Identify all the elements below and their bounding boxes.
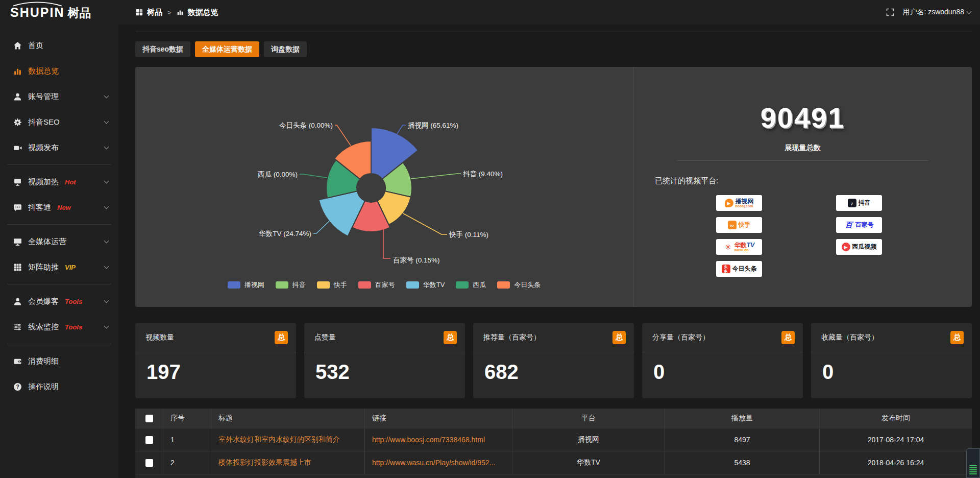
tab-inquiry-data[interactable]: 询盘数据 xyxy=(264,41,307,57)
legend-swatch xyxy=(358,281,371,289)
pie-label-line xyxy=(397,125,406,134)
card-title: 收藏量（百家号） xyxy=(821,333,878,342)
card-title: 点赞量 xyxy=(314,333,336,342)
stat-card-video-count: 视频数量总 197 xyxy=(135,323,296,398)
header-divider xyxy=(135,32,972,32)
video-title-link[interactable]: 楼体投影灯投影效果震撼上市 xyxy=(218,458,311,467)
pie-label-line xyxy=(383,229,390,258)
col-views: 播放量 xyxy=(665,409,820,428)
sidebar-item-video-publish[interactable]: 视频发布 xyxy=(0,135,118,160)
cell-views: 5438 xyxy=(665,451,820,474)
sidebar-item-all-media[interactable]: 全媒体运营 xyxy=(0,229,118,254)
help-icon: ? xyxy=(13,383,22,391)
legend-label: 抖音 xyxy=(292,280,306,290)
tools-badge: Tools xyxy=(65,298,82,305)
platform-logo-xigua: ▶ 西瓜视频 xyxy=(836,239,882,255)
tab-all-media-data[interactable]: 全媒体运营数据 xyxy=(195,41,259,57)
breadcrumb-root[interactable]: 树品 xyxy=(147,8,162,17)
pie-label: 西瓜 (0.00%) xyxy=(258,171,298,178)
legend-item-百家号[interactable]: 百家号 xyxy=(358,280,395,290)
bar-chart-icon xyxy=(177,9,184,16)
logo-cn-text: 树品 xyxy=(67,7,91,19)
chevron-down-icon xyxy=(104,93,109,99)
pie-label: 抖音 (9.40%) xyxy=(463,170,503,178)
fullscreen-icon[interactable] xyxy=(886,8,894,16)
sidebar-item-expense-detail[interactable]: 消费明细 xyxy=(0,348,118,374)
table-row[interactable]: 2 楼体投影灯投影效果震撼上市 http://www.wasu.cn/Play/… xyxy=(135,451,972,474)
table-row[interactable]: 1 室外水纹灯和室内水纹灯的区别和简介 http://www.boosj.com… xyxy=(135,428,972,451)
main-content: 抖音seo数据 全媒体运营数据 询盘数据 播视网 (65.61%)抖音 (9.4… xyxy=(118,0,980,478)
col-link: 链接 xyxy=(365,409,512,428)
logo-text: SHUPIN xyxy=(10,6,64,19)
sidebar-item-douketong[interactable]: 抖客通 New xyxy=(0,195,118,220)
video-url-link[interactable]: http://www.boosj.com/7338468.html xyxy=(372,436,485,444)
header-right: 用户名: zswodun88 xyxy=(886,8,980,17)
sidebar-item-label: 会员爆客 xyxy=(28,297,59,306)
tab-douyin-seo-data[interactable]: 抖音seo数据 xyxy=(135,41,190,57)
legend-item-今日头条[interactable]: 今日头条 xyxy=(497,280,541,290)
sidebar-item-video-heat[interactable]: 视频加热 Hot xyxy=(0,169,118,195)
legend-item-西瓜[interactable]: 西瓜 xyxy=(456,280,486,290)
platform-logo-kuaishou: ∞ 快手 xyxy=(716,217,762,233)
sidebar-divider xyxy=(7,344,111,344)
legend-label: 西瓜 xyxy=(473,280,486,290)
baijiahao-icon: 百 xyxy=(845,221,853,229)
kuaishou-icon: ∞ xyxy=(728,221,737,229)
platforms-title: 已统计的视频平台: xyxy=(655,176,972,186)
tools-badge: Tools xyxy=(65,323,82,331)
platform-logo-baijiahao: 百 百家号 xyxy=(836,217,882,233)
legend-label: 百家号 xyxy=(375,280,395,290)
sidebar-item-home[interactable]: 首页 xyxy=(0,33,118,58)
sidebar-item-label: 线索监控 xyxy=(28,322,59,332)
gear-icon xyxy=(13,118,22,127)
scroll-widget[interactable] xyxy=(966,448,980,478)
video-title-link[interactable]: 室外水纹灯和室内水纹灯的区别和简介 xyxy=(218,435,340,444)
user-menu[interactable]: 用户名: zswodun88 xyxy=(902,8,971,17)
cell-published: 2018-04-26 16:24 xyxy=(820,451,972,474)
card-title: 分享量（百家号） xyxy=(652,333,709,342)
sidebar-item-label: 视频加热 xyxy=(28,177,59,187)
sidebar-item-account-management[interactable]: 账号管理 xyxy=(0,84,118,109)
screen-icon xyxy=(13,178,22,186)
row-checkbox[interactable] xyxy=(145,436,153,444)
breadcrumb-separator: > xyxy=(166,9,173,16)
platform-logo-boosj: ▶ 播视网boosj.com xyxy=(716,195,762,211)
home-icon xyxy=(13,41,22,50)
pie-label: 华数TV (24.74%) xyxy=(259,230,311,237)
sidebar-item-label: 抖音SEO xyxy=(28,117,60,127)
sidebar-item-label: 全媒体运营 xyxy=(28,237,66,247)
video-url-link[interactable]: http://www.wasu.cn/Play/show/id/952... xyxy=(372,459,495,467)
legend-label: 华数TV xyxy=(423,280,445,290)
sliders-icon xyxy=(13,323,22,331)
table-row-partial xyxy=(135,474,972,478)
legend-item-抖音[interactable]: 抖音 xyxy=(276,280,306,290)
platform-logo-toutiao: 头条 今日头条 xyxy=(716,261,762,277)
breadcrumb-current[interactable]: 数据总览 xyxy=(188,8,218,17)
col-title: 标题 xyxy=(211,409,365,428)
stat-card-likes: 点赞量总 532 xyxy=(304,323,465,398)
wallet-icon xyxy=(13,357,22,366)
total-badge: 总 xyxy=(950,331,964,344)
sidebar-item-instructions[interactable]: ? 操作说明 xyxy=(0,374,118,399)
legend-item-华数TV[interactable]: 华数TV xyxy=(406,280,445,290)
sidebar-item-matrix-boost[interactable]: 矩阵助推 VIP xyxy=(0,254,118,280)
legend-item-快手[interactable]: 快手 xyxy=(317,280,347,290)
impressions-total-label: 展现量总数 xyxy=(633,144,972,153)
sidebar-item-member-burst[interactable]: 会员爆客 Tools xyxy=(0,289,118,314)
total-badge: 总 xyxy=(275,331,288,344)
platform-logo-grid: ▶ 播视网boosj.com ♪ 抖音 ∞ 快手 百 百家号 ✳ 华数TVw xyxy=(716,195,972,277)
select-all-checkbox[interactable] xyxy=(145,415,153,422)
sidebar-item-data-overview[interactable]: 数据总览 xyxy=(0,58,118,84)
legend-item-播视网[interactable]: 播视网 xyxy=(228,280,264,290)
top-header: SHUPIN 树品 树品 > 数据总览 用户名: zswodun88 xyxy=(0,0,980,25)
sidebar-divider xyxy=(7,224,111,225)
overview-panel: 播视网 (65.61%)抖音 (9.40%)快手 (0.11%)百家号 (0.1… xyxy=(135,67,972,307)
row-checkbox[interactable] xyxy=(145,459,153,467)
chevron-down-icon xyxy=(104,179,109,184)
summary-divider xyxy=(677,160,928,161)
card-value: 0 xyxy=(811,352,972,384)
sidebar-item-lead-monitor[interactable]: 线索监控 Tools xyxy=(0,314,118,340)
legend-swatch xyxy=(228,281,240,289)
toutiao-icon: 头条 xyxy=(722,265,730,273)
sidebar-item-douyin-seo[interactable]: 抖音SEO xyxy=(0,109,118,135)
